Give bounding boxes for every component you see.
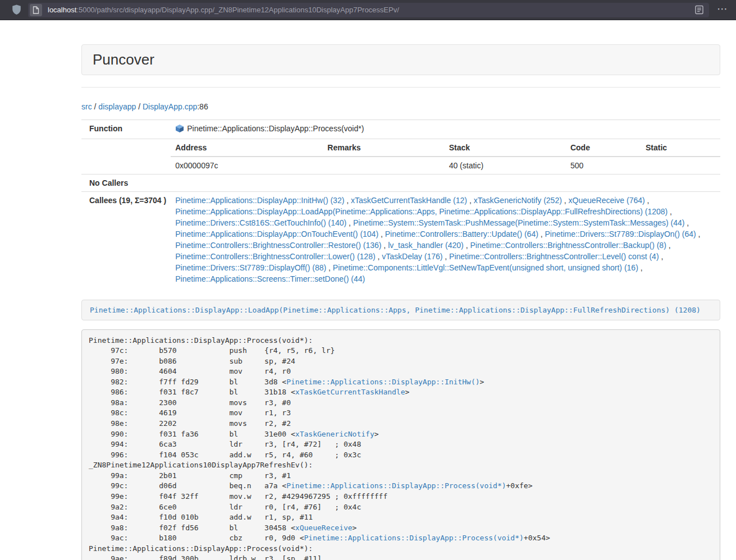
callee-link[interactable]: Pinetime::Drivers::St7789::DisplayOff() … xyxy=(175,263,326,272)
url-host: localhost xyxy=(48,6,76,14)
stats-row-spacer xyxy=(81,139,171,175)
callee-link[interactable]: Pinetime::Controllers::BrightnessControl… xyxy=(449,252,659,261)
overflow-menu-icon[interactable]: ⋯ xyxy=(717,2,728,15)
no-callers-empty-cell xyxy=(171,175,720,192)
content-container: Puncover src / displayapp / DisplayApp.c… xyxy=(81,44,720,560)
callees-label: Callees (19, Σ=3704 ) xyxy=(81,192,171,288)
stats-table-cell: Address Remarks Stack Code Static 0x0000… xyxy=(171,139,720,175)
callee-link[interactable]: Pinetime::Controllers::Battery::Update()… xyxy=(385,229,538,238)
disassembly-code-block: Pinetime::Applications::DisplayApp::Proc… xyxy=(81,329,720,560)
app-title: Puncover xyxy=(93,51,154,68)
stats-header-static: Static xyxy=(641,139,720,157)
code-symbol-link[interactable]: Pinetime::Applications::DisplayApp::Proc… xyxy=(304,534,524,542)
code-symbol-link[interactable]: Pinetime::Applications::DisplayApp::Proc… xyxy=(286,481,506,490)
no-callers-label: No Callers xyxy=(81,175,171,192)
tracking-protection-shield-icon[interactable] xyxy=(12,4,21,15)
breadcrumb: src / displayapp / DisplayApp.cpp:86 xyxy=(81,101,720,112)
function-label: Function xyxy=(81,120,171,139)
callee-link[interactable]: xTaskGenericNotify (252) xyxy=(474,196,562,205)
stats-header-address: Address xyxy=(171,139,323,157)
reader-mode-icon[interactable] xyxy=(695,5,703,15)
function-symbol-cell: Pinetime::Applications::DisplayApp::Proc… xyxy=(171,120,720,139)
code-symbol-link[interactable]: Pinetime::Applications::DisplayApp::Init… xyxy=(286,378,479,386)
callee-link[interactable]: Pinetime::Controllers::BrightnessControl… xyxy=(175,241,381,250)
stats-header-code: Code xyxy=(566,139,641,157)
divider xyxy=(81,87,720,88)
code-symbol-link[interactable]: xTaskGenericNotify xyxy=(295,430,374,438)
stats-table: Address Remarks Stack Code Static 0x0000… xyxy=(171,139,720,174)
url-path: :5000/path/src/displayapp/DisplayApp.cpp… xyxy=(76,6,399,14)
callee-link[interactable]: Pinetime::Applications::Screens::Timer::… xyxy=(175,274,365,283)
stats-code-value: 500 xyxy=(566,157,641,174)
site-identity-icon[interactable] xyxy=(30,4,42,16)
callee-link[interactable]: Pinetime::Controllers::BrightnessControl… xyxy=(175,252,375,261)
stats-static-value xyxy=(641,157,720,174)
symbol-cube-icon xyxy=(175,124,184,136)
callee-link[interactable]: xTaskGetCurrentTaskHandle (12) xyxy=(351,196,467,205)
callee-link[interactable]: Pinetime::Drivers::St7789::DisplayOn() (… xyxy=(545,229,696,238)
stats-header-stack: Stack xyxy=(445,139,566,157)
callees-list: Pinetime::Applications::DisplayApp::Init… xyxy=(171,192,720,288)
function-table: Function Pinetime::Applications::Display… xyxy=(81,120,720,287)
stats-header-row: Address Remarks Stack Code Static xyxy=(171,139,720,157)
function-name: Pinetime::Applications::DisplayApp::Proc… xyxy=(187,124,364,133)
stats-row-container: Address Remarks Stack Code Static 0x0000… xyxy=(81,139,720,175)
callee-link[interactable]: Pinetime::Components::LittleVgl::SetNewT… xyxy=(333,263,638,272)
callee-link[interactable]: xQueueReceive (764) xyxy=(569,196,645,205)
app-title-box: Puncover xyxy=(81,44,720,75)
stats-value-row: 0x0000097c 40 (static) 500 xyxy=(171,157,720,174)
loadapp-link[interactable]: Pinetime::Applications::DisplayApp::Load… xyxy=(90,306,701,314)
callee-link[interactable]: Pinetime::System::SystemTask::PushMessag… xyxy=(353,218,685,227)
stats-remarks-value xyxy=(323,157,444,174)
function-row: Function Pinetime::Applications::Display… xyxy=(81,120,720,139)
code-symbol-link[interactable]: xTaskGetCurrentTaskHandle xyxy=(295,388,405,396)
stats-stack-value: 40 (static) xyxy=(445,157,566,174)
page: Puncover src / displayapp / DisplayApp.c… xyxy=(0,20,736,560)
no-callers-row: No Callers xyxy=(81,175,720,192)
code-symbol-link[interactable]: xQueueReceive xyxy=(295,524,353,532)
callees-row: Callees (19, Σ=3704 ) Pinetime::Applicat… xyxy=(81,192,720,288)
callee-link[interactable]: Pinetime::Drivers::Cst816S::GetTouchInfo… xyxy=(175,218,346,227)
loadapp-panel: Pinetime::Applications::DisplayApp::Load… xyxy=(81,300,720,320)
callee-link[interactable]: Pinetime::Applications::DisplayApp::Init… xyxy=(175,196,344,205)
url-bar[interactable]: localhost:5000/path/src/displayapp/Displ… xyxy=(28,3,709,17)
breadcrumb-link[interactable]: DisplayApp.cpp xyxy=(143,102,197,111)
url-text: localhost:5000/path/src/displayapp/Displ… xyxy=(48,6,695,14)
browser-chrome: localhost:5000/path/src/displayapp/Displ… xyxy=(0,0,736,20)
callee-link[interactable]: vTaskDelay (176) xyxy=(382,252,442,261)
callee-link[interactable]: Pinetime::Controllers::BrightnessControl… xyxy=(470,241,666,250)
stats-header-remarks: Remarks xyxy=(323,139,444,157)
stats-address-value: 0x0000097c xyxy=(171,157,323,174)
callee-link[interactable]: Pinetime::Applications::DisplayApp::OnTo… xyxy=(175,229,378,238)
callee-link[interactable]: Pinetime::Applications::DisplayApp::Load… xyxy=(175,207,668,216)
breadcrumb-link[interactable]: src xyxy=(81,102,92,111)
breadcrumb-link[interactable]: displayapp xyxy=(98,102,136,111)
callee-link[interactable]: lv_task_handler (420) xyxy=(388,241,464,250)
